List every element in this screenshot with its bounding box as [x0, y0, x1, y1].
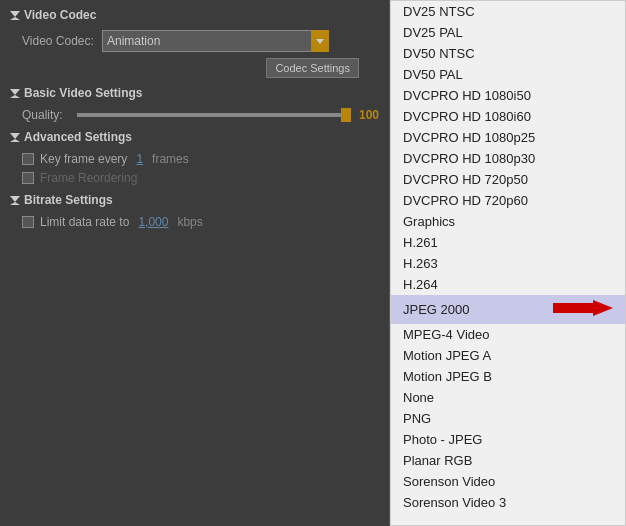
codec-item-planarrgb[interactable]: Planar RGB [391, 450, 625, 471]
codec-item-dv25ntsc[interactable]: DV25 NTSC [391, 1, 625, 22]
codec-item-label: DV25 NTSC [403, 4, 475, 19]
codec-item-h263[interactable]: H.263 [391, 253, 625, 274]
keyframe-label: Key frame every [40, 152, 127, 166]
video-codec-dropdown-wrapper: Animation [102, 30, 379, 52]
keyframe-value[interactable]: 1 [136, 152, 143, 166]
codec-item-jpeg2000[interactable]: JPEG 2000 [391, 295, 625, 324]
codec-item-label: H.263 [403, 256, 438, 271]
codec-item-label: H.261 [403, 235, 438, 250]
codec-item-dv50pal[interactable]: DV50 PAL [391, 64, 625, 85]
video-codec-section-header: Video Codec [10, 8, 379, 22]
basic-video-settings-title: Basic Video Settings [24, 86, 142, 100]
video-codec-dropdown-arrow[interactable] [311, 30, 329, 52]
codec-item-motionjpegb[interactable]: Motion JPEG B [391, 366, 625, 387]
codec-item-label: Sorenson Video [403, 474, 495, 489]
red-arrow-icon [553, 298, 613, 321]
codec-item-label: DVCPRO HD 1080p25 [403, 130, 535, 145]
codec-item-label: Sorenson Video 3 [403, 495, 506, 510]
quality-row: Quality: 100 [10, 108, 379, 122]
codec-item-label: DVCPRO HD 1080i60 [403, 109, 531, 124]
advanced-section-collapse-icon[interactable] [10, 133, 20, 142]
codec-item-png[interactable]: PNG [391, 408, 625, 429]
section-collapse-icon[interactable] [10, 11, 20, 20]
codec-item-dvcpro1080p30[interactable]: DVCPRO HD 1080p30 [391, 148, 625, 169]
keyframe-row: Key frame every 1 frames [10, 152, 379, 166]
codec-item-dvcpro1080i60[interactable]: DVCPRO HD 1080i60 [391, 106, 625, 127]
codec-item-photojpeg[interactable]: Photo - JPEG [391, 429, 625, 450]
keyframe-checkbox[interactable] [22, 153, 34, 165]
frame-reordering-label: Frame Reordering [40, 171, 137, 185]
quality-slider-thumb[interactable] [341, 108, 351, 122]
codec-settings-button[interactable]: Codec Settings [266, 58, 359, 78]
codec-item-label: DVCPRO HD 720p60 [403, 193, 528, 208]
codec-item-dvcpro1080i50[interactable]: DVCPRO HD 1080i50 [391, 85, 625, 106]
limit-data-value[interactable]: 1,000 [138, 215, 168, 229]
left-panel: Video Codec Video Codec: Animation Codec… [0, 0, 390, 526]
limit-data-checkbox[interactable] [22, 216, 34, 228]
codec-item-sorenson3[interactable]: Sorenson Video [391, 471, 625, 492]
codec-item-mpeg4video[interactable]: MPEG-4 Video [391, 324, 625, 345]
limit-data-row: Limit data rate to 1,000 kbps [10, 215, 379, 229]
codec-item-label: PNG [403, 411, 431, 426]
codec-item-h261[interactable]: H.261 [391, 232, 625, 253]
advanced-settings-header: Advanced Settings [10, 130, 379, 144]
codec-item-label: Planar RGB [403, 453, 472, 468]
codec-item-dvcpro1080p25[interactable]: DVCPRO HD 1080p25 [391, 127, 625, 148]
codec-item-label: MPEG-4 Video [403, 327, 489, 342]
codec-item-label: H.264 [403, 277, 438, 292]
codec-item-dvcpro720p60[interactable]: DVCPRO HD 720p60 [391, 190, 625, 211]
limit-data-label: Limit data rate to [40, 215, 129, 229]
codec-item-label: DVCPRO HD 1080p30 [403, 151, 535, 166]
codec-item-motionjpega[interactable]: Motion JPEG A [391, 345, 625, 366]
quality-value: 100 [359, 108, 379, 122]
codec-item-label: Graphics [403, 214, 455, 229]
codec-item-none[interactable]: None [391, 387, 625, 408]
codec-item-label: DVCPRO HD 720p50 [403, 172, 528, 187]
codec-item-sorenson4[interactable]: Sorenson Video 3 [391, 492, 625, 513]
frame-reordering-checkbox[interactable] [22, 172, 34, 184]
codec-item-label: Motion JPEG B [403, 369, 492, 384]
codec-dropdown-panel[interactable]: DV25 NTSCDV25 PALDV50 NTSCDV50 PALDVCPRO… [390, 0, 626, 526]
basic-video-settings-header: Basic Video Settings [10, 86, 379, 100]
video-codec-label: Video Codec: [22, 34, 102, 48]
codec-item-dv25pal[interactable]: DV25 PAL [391, 22, 625, 43]
quality-slider-track[interactable] [77, 113, 351, 117]
codec-item-label: Photo - JPEG [403, 432, 482, 447]
codec-item-dv50ntsc[interactable]: DV50 NTSC [391, 43, 625, 64]
keyframe-unit: frames [152, 152, 189, 166]
codec-item-dvcpro720p50[interactable]: DVCPRO HD 720p50 [391, 169, 625, 190]
advanced-settings-title: Advanced Settings [24, 130, 132, 144]
limit-data-unit: kbps [177, 215, 202, 229]
frame-reordering-row: Frame Reordering [10, 171, 379, 185]
codec-item-label: None [403, 390, 434, 405]
bitrate-settings-header: Bitrate Settings [10, 193, 379, 207]
codec-item-label: DV50 PAL [403, 67, 463, 82]
quality-label: Quality: [22, 108, 77, 122]
quality-slider-fill [77, 113, 351, 117]
basic-section-collapse-icon[interactable] [10, 89, 20, 98]
video-codec-section-title: Video Codec [24, 8, 96, 22]
codec-item-graphics[interactable]: Graphics [391, 211, 625, 232]
svg-marker-0 [553, 300, 613, 316]
dropdown-arrow-icon [316, 39, 324, 44]
codec-item-label: Motion JPEG A [403, 348, 491, 363]
video-codec-field-row: Video Codec: Animation [10, 30, 379, 52]
codec-item-h264[interactable]: H.264 [391, 274, 625, 295]
codec-item-label: DV50 NTSC [403, 46, 475, 61]
codec-item-label: DVCPRO HD 1080i50 [403, 88, 531, 103]
bitrate-section-collapse-icon[interactable] [10, 196, 20, 205]
video-codec-select[interactable]: Animation [102, 30, 312, 52]
codec-item-label: DV25 PAL [403, 25, 463, 40]
bitrate-settings-title: Bitrate Settings [24, 193, 113, 207]
codec-list: DV25 NTSCDV25 PALDV50 NTSCDV50 PALDVCPRO… [391, 1, 625, 513]
codec-item-label: JPEG 2000 [403, 302, 470, 317]
quality-slider-container [77, 113, 351, 117]
